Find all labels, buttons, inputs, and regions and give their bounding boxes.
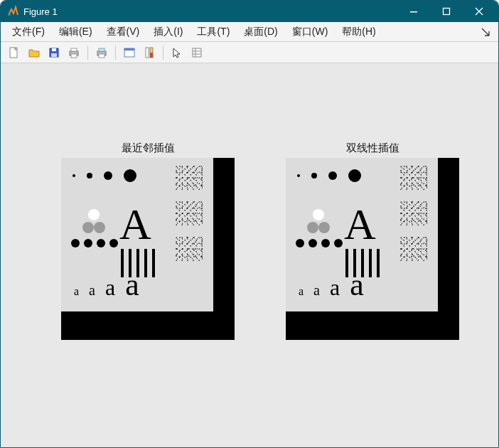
insert-colorbar-button[interactable] <box>140 44 159 61</box>
dot-icon <box>296 239 304 247</box>
glyph-a: a <box>125 267 139 303</box>
figure-window: Figure 1 文件(F) 编辑(E) 查看(V) 插入(I) 工具(T) 桌… <box>0 0 499 448</box>
bar-icon <box>144 249 147 277</box>
menu-insert[interactable]: 插入(I) <box>146 22 190 41</box>
new-file-icon <box>8 46 21 59</box>
toolbar <box>1 42 498 63</box>
gray-circle-icon <box>307 222 318 233</box>
menu-edit[interactable]: 编辑(E) <box>52 22 100 41</box>
dot-icon <box>334 239 343 247</box>
toolbar-separator <box>115 46 116 60</box>
property-inspector-icon <box>191 46 203 59</box>
print-button[interactable] <box>65 44 83 61</box>
bar-icon <box>377 249 380 277</box>
glyph-big-a: A <box>344 202 376 246</box>
subplot-title-left: 最近邻插值 <box>122 142 175 155</box>
svg-rect-5 <box>52 48 56 51</box>
new-figure-button[interactable] <box>5 44 23 61</box>
maximize-button[interactable] <box>430 1 463 22</box>
page-setup-button[interactable] <box>92 44 111 61</box>
black-dot-row <box>296 239 343 247</box>
image-axes-right[interactable]: A a a a a <box>286 158 459 340</box>
subplot-bilinear: 双线性插值 <box>286 142 459 340</box>
open-folder-icon <box>28 46 41 59</box>
print-icon <box>68 46 80 59</box>
svg-rect-1 <box>410 11 417 13</box>
dot-icon <box>328 171 337 180</box>
menu-help[interactable]: 帮助(H) <box>335 22 382 41</box>
noise-patch <box>175 236 203 262</box>
figure-canvas[interactable]: 最近邻插值 <box>1 63 498 447</box>
svg-rect-17 <box>150 53 153 58</box>
pointer-icon <box>171 46 183 59</box>
noise-patch <box>175 165 203 191</box>
svg-rect-15 <box>146 48 149 58</box>
dot-icon <box>109 239 118 247</box>
glyph-a-row: a a a a <box>74 267 139 303</box>
dot-icon <box>87 173 92 178</box>
svg-rect-6 <box>51 53 57 57</box>
close-icon <box>475 7 483 16</box>
toolbar-separator <box>163 46 163 60</box>
glyph-a-row: a a a a <box>299 267 364 303</box>
save-icon <box>48 46 60 59</box>
svg-rect-18 <box>193 48 201 57</box>
bar-icon <box>369 249 372 277</box>
test-image-left: A a a a a <box>61 158 213 311</box>
menu-window[interactable]: 窗口(W) <box>285 22 336 41</box>
bar-icon <box>152 249 155 277</box>
minimize-button[interactable] <box>397 1 430 22</box>
glyph-big-a: A <box>119 202 151 246</box>
noise-patch <box>399 236 428 262</box>
gray-circle-icon <box>94 222 105 233</box>
gray-circle-icon <box>318 222 330 233</box>
dock-toggle[interactable] <box>477 22 494 41</box>
dot-icon <box>97 239 105 247</box>
open-button[interactable] <box>25 44 43 61</box>
dot-row <box>73 169 136 182</box>
dot-icon <box>311 173 317 178</box>
white-circle-icon <box>88 209 100 220</box>
svg-rect-12 <box>99 54 104 58</box>
dot-icon <box>308 239 317 247</box>
app-window-icon <box>123 46 136 59</box>
titlebar[interactable]: Figure 1 <box>1 1 498 22</box>
dot-icon <box>71 239 80 247</box>
black-dot-row <box>71 239 118 247</box>
close-button[interactable] <box>463 1 495 22</box>
subplot-row: 最近邻插值 <box>61 142 459 340</box>
menu-desktop[interactable]: 桌面(D) <box>237 22 284 41</box>
dot-row <box>297 169 361 182</box>
subplot-title-right: 双线性插值 <box>346 142 399 155</box>
save-button[interactable] <box>45 44 63 61</box>
maximize-icon <box>442 7 451 16</box>
svg-rect-9 <box>71 54 77 58</box>
svg-rect-14 <box>124 48 134 50</box>
svg-point-0 <box>8 13 11 16</box>
window-title: Figure 1 <box>23 6 58 17</box>
menu-view[interactable]: 查看(V) <box>100 22 147 41</box>
dock-arrow-icon <box>481 28 490 36</box>
dot-icon <box>321 239 330 247</box>
image-axes-left[interactable]: A a a a a <box>61 158 235 340</box>
svg-rect-11 <box>99 48 104 51</box>
link-axes-button[interactable] <box>120 44 139 61</box>
edit-plot-button[interactable] <box>168 44 186 61</box>
glyph-a: a <box>350 267 364 303</box>
page-setup-icon <box>95 46 108 59</box>
menu-tools[interactable]: 工具(T) <box>190 22 237 41</box>
dot-icon <box>84 239 92 247</box>
svg-rect-8 <box>71 48 77 51</box>
colorbar-icon <box>143 46 156 59</box>
noise-patch <box>399 201 428 226</box>
noise-patch <box>399 165 428 191</box>
minimize-icon <box>409 7 418 16</box>
svg-rect-2 <box>444 9 450 15</box>
property-inspector-button[interactable] <box>188 44 206 61</box>
test-image-right: A a a a a <box>286 158 438 311</box>
glyph-a: a <box>74 285 79 298</box>
matlab-icon <box>6 5 19 18</box>
noise-patch <box>175 201 203 226</box>
dot-icon <box>124 169 136 182</box>
menu-file[interactable]: 文件(F) <box>5 22 52 41</box>
